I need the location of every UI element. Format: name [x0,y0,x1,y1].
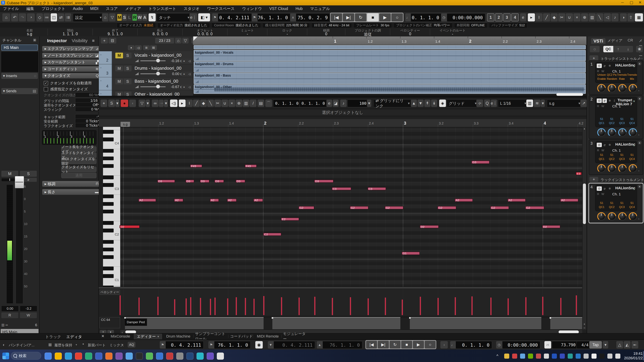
instrument-eject-button[interactable]: ▲ [638,141,642,145]
info-value-ベロシティー[interactable]: 0 [391,32,430,36]
midi-note-D3[interactable]: D3 [200,180,210,183]
equal-size-button[interactable]: ≡ [143,45,150,50]
midi-note-F#3[interactable]: F#3 [190,164,202,168]
velocity-bar[interactable] [174,299,175,315]
instrument-e-button[interactable]: e [602,64,607,68]
piano-key-52[interactable] [103,172,120,176]
snap-button[interactable]: ◈ [439,99,446,107]
info-value-長さ[interactable]: 8. 0. 0. 0 [138,32,182,36]
qc-label-bottom[interactable]: Random [607,77,617,81]
piano-view-button[interactable]: ▥ [526,99,533,107]
qc-knob-3[interactable] [618,84,626,92]
menu-ウィンドウ[interactable]: ウィンドウ [242,6,262,11]
qc-label-bottom[interactable]: QC2 [607,206,617,209]
qc-knob-4[interactable] [629,164,637,173]
piano-key-46[interactable] [103,195,114,198]
solo-button[interactable]: S [20,171,37,177]
piano-key-23[interactable] [103,282,120,286]
setup-dropdown[interactable]: 設定▼ [73,13,104,22]
taskbar-app-6[interactable] [95,353,102,360]
grid-match-button[interactable]: -|+ [476,99,483,107]
cc64-segment[interactable] [272,317,400,329]
section-コードエディット[interactable]: ▸ コードエディット≋ [42,66,101,72]
piano-key-54[interactable] [103,164,114,168]
track-filter-button[interactable]: ▽ [182,38,188,43]
tray-icon-12[interactable] [592,354,596,359]
track-row[interactable]: ᭼3MSDrums - kaigandoori_000.00 dB●◁) [99,64,193,77]
automation-A-button[interactable]: A [142,14,147,21]
piano-key-39[interactable] [103,221,114,225]
piano-key-28[interactable] [103,263,120,267]
qc-label-bottom[interactable]: Enable [597,77,606,81]
velocity-lane[interactable] [120,289,582,315]
pin-button[interactable]: ⌖ [100,99,107,107]
panel-tab-メーター[interactable]: メーター [639,38,644,43]
menu-マニュアル[interactable]: マニュアル [310,6,330,11]
velocity-bar[interactable] [472,296,472,315]
tray-icon-13[interactable] [600,354,604,359]
instrument-eject-button[interactable]: ▲ [638,97,642,100]
qc-label-bottom[interactable]: QC2 [607,158,617,161]
rack-search-button[interactable]: ◌ [590,46,600,52]
event-filter-button[interactable]: ▽ [139,99,146,107]
cc-lane-label[interactable]: CC 64 [100,317,120,328]
info-value-開始[interactable]: 1. 1. 1. 0 [48,32,92,36]
midi-note-A2[interactable]: A2 [138,199,156,202]
add-rack-instrument-button[interactable]: + [590,177,598,182]
taskbar-app-14[interactable] [176,353,183,360]
info-value-名前[interactable]: s.g [12,32,47,36]
visibility-tab[interactable]: Visibility [72,38,94,43]
overview-zoom-slider[interactable] [556,93,583,96]
piano-key-60[interactable]: C4 [103,141,120,145]
piano-key-45[interactable] [103,198,120,202]
marker-2-button[interactable]: 2 [495,13,502,21]
qc-knob-3[interactable] [618,212,626,221]
auto-quantize-checkbox[interactable]: ✓クオンタイズを自動適用 [44,81,96,86]
q-row-value-グリッドの間隔[interactable]: 1/16▼ [75,98,102,103]
midi-note-D3[interactable]: D3 [157,180,175,183]
notification-edge[interactable] [643,351,644,360]
instrument-freeze-icon[interactable]: ❄ [608,98,612,103]
instrument-r-badge[interactable]: R [597,192,600,196]
velocity-bar[interactable] [281,297,282,315]
lower-tab-サンプラーコントロール[interactable]: サンプラーコントロール [195,333,228,340]
meter-type-icon[interactable]: ▥ ∞ [1,323,12,328]
menu-スタジオ[interactable]: スタジオ [184,6,200,11]
piano-key-58[interactable] [103,149,114,153]
quantize-button-MIDI クオンタイズを固定[interactable]: MIDI クオンタイズを固定 [61,159,96,164]
volume-slider-handle[interactable] [156,72,160,75]
zone-tab-editor[interactable]: エディター [66,334,85,339]
cc64-segment[interactable] [550,317,582,329]
velocity-bar[interactable] [245,298,246,315]
play-button[interactable]: ▶ [379,13,391,21]
marker-1-button[interactable]: 1 [487,13,494,21]
global-record-button[interactable]: ● [128,45,134,50]
track-counter[interactable]: 23 / 23 [155,38,174,43]
menu-Hub[interactable]: Hub [296,6,302,11]
export-button[interactable]: ⇧ [628,13,634,21]
midi-note-C3[interactable]: C3 [368,187,386,190]
secondary-time-display[interactable]: 0. 1. 1. 0 [411,13,442,22]
midi-note-G1[interactable]: G1 [402,252,420,255]
markers-edit-button[interactable]: e [520,13,526,21]
tempo-caret[interactable]: ▾ [603,341,608,349]
qc-knob-1[interactable] [597,84,606,92]
midi-note-A2[interactable]: A2 [227,199,236,202]
qc-label-bottom[interactable]: QC4 [627,206,637,209]
lower-tab-MixConsole[interactable]: MixConsole [110,333,131,340]
velocity-bar[interactable] [525,297,526,315]
lower-tab-コードパッド[interactable]: コードパッド [230,333,253,340]
acoustic-feedback-button[interactable]: ◖ [129,99,136,107]
midi-note-G3[interactable]: G3 [472,161,490,164]
piano-key-26[interactable] [103,270,120,274]
punch-mode-label[interactable]: パンチイン/ア... [9,343,32,347]
instrument-freeze-icon[interactable]: ❄ [608,64,612,68]
menu-スコア[interactable]: スコア [106,6,118,11]
piano-key-44[interactable] [103,202,114,206]
qc-label-bottom[interactable]: QC1 [597,158,606,161]
sends-section[interactable]: ▾ Sends▤ [1,88,38,94]
piano-key-30[interactable] [103,255,114,259]
q-row-value-キャッチ範囲[interactable]: -▲▼ [75,114,102,119]
inspector-tab[interactable]: Inspector [47,38,72,43]
velocity-bar[interactable] [120,295,121,315]
